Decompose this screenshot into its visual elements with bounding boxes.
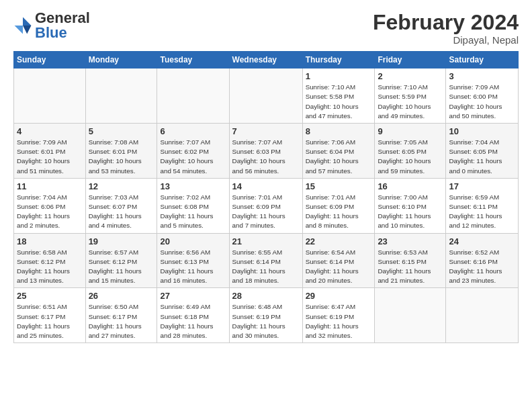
- table-row: 12Sunrise: 7:03 AM Sunset: 6:07 PM Dayli…: [85, 178, 157, 233]
- day-info: Sunrise: 6:57 AM Sunset: 6:12 PM Dayligh…: [89, 248, 154, 286]
- svg-marker-1: [23, 26, 31, 34]
- calendar-table: Sunday Monday Tuesday Wednesday Thursday…: [13, 51, 519, 343]
- day-info: Sunrise: 6:53 AM Sunset: 6:15 PM Dayligh…: [378, 248, 443, 286]
- table-row: 3Sunrise: 7:09 AM Sunset: 6:00 PM Daylig…: [446, 68, 519, 124]
- svg-marker-0: [23, 17, 31, 26]
- col-thursday: Thursday: [302, 52, 375, 68]
- table-row: [229, 68, 302, 124]
- table-row: 20Sunrise: 6:56 AM Sunset: 6:13 PM Dayli…: [157, 233, 229, 288]
- day-info: Sunrise: 7:07 AM Sunset: 6:02 PM Dayligh…: [160, 138, 226, 176]
- day-number: 28: [232, 291, 300, 301]
- table-row: 1Sunrise: 7:10 AM Sunset: 5:58 PM Daylig…: [302, 68, 375, 124]
- day-info: Sunrise: 7:04 AM Sunset: 6:05 PM Dayligh…: [449, 138, 515, 176]
- day-number: 21: [232, 236, 300, 246]
- day-info: Sunrise: 7:08 AM Sunset: 6:01 PM Dayligh…: [89, 138, 154, 176]
- title-block: February 2024 Dipayal, Nepal: [373, 11, 519, 46]
- day-info: Sunrise: 6:54 AM Sunset: 6:14 PM Dayligh…: [306, 248, 372, 286]
- day-number: 8: [306, 126, 372, 136]
- day-number: 5: [89, 126, 154, 136]
- table-row: 6Sunrise: 7:07 AM Sunset: 6:02 PM Daylig…: [157, 124, 229, 179]
- day-number: 2: [378, 71, 443, 81]
- svg-marker-2: [15, 26, 23, 34]
- day-number: 10: [449, 126, 515, 136]
- table-row: 23Sunrise: 6:53 AM Sunset: 6:15 PM Dayli…: [375, 233, 446, 288]
- table-row: 27Sunrise: 6:49 AM Sunset: 6:18 PM Dayli…: [157, 288, 229, 343]
- day-number: 6: [160, 126, 226, 136]
- table-row: 18Sunrise: 6:58 AM Sunset: 6:12 PM Dayli…: [14, 233, 86, 288]
- day-info: Sunrise: 7:01 AM Sunset: 6:09 PM Dayligh…: [232, 193, 300, 231]
- table-row: 7Sunrise: 7:07 AM Sunset: 6:03 PM Daylig…: [229, 124, 302, 179]
- day-info: Sunrise: 7:09 AM Sunset: 6:00 PM Dayligh…: [449, 83, 515, 121]
- table-row: 9Sunrise: 7:05 AM Sunset: 6:05 PM Daylig…: [375, 124, 446, 179]
- day-number: 17: [449, 181, 515, 191]
- day-number: 23: [378, 236, 443, 246]
- table-row: 17Sunrise: 6:59 AM Sunset: 6:11 PM Dayli…: [446, 178, 519, 233]
- day-info: Sunrise: 7:07 AM Sunset: 6:03 PM Dayligh…: [232, 138, 300, 176]
- col-friday: Friday: [375, 52, 446, 68]
- day-info: Sunrise: 6:49 AM Sunset: 6:18 PM Dayligh…: [160, 302, 226, 340]
- day-number: 26: [89, 291, 154, 301]
- day-info: Sunrise: 7:04 AM Sunset: 6:06 PM Dayligh…: [17, 193, 83, 231]
- table-row: 26Sunrise: 6:50 AM Sunset: 6:17 PM Dayli…: [85, 288, 157, 343]
- table-row: 2Sunrise: 7:10 AM Sunset: 5:59 PM Daylig…: [375, 68, 446, 124]
- col-wednesday: Wednesday: [229, 52, 302, 68]
- month-title: February 2024: [373, 11, 519, 34]
- day-number: 25: [17, 291, 83, 301]
- day-number: 22: [306, 236, 372, 246]
- day-number: 12: [89, 181, 154, 191]
- day-info: Sunrise: 6:48 AM Sunset: 6:19 PM Dayligh…: [232, 302, 300, 340]
- day-number: 7: [232, 126, 300, 136]
- table-row: 29Sunrise: 6:47 AM Sunset: 6:19 PM Dayli…: [302, 288, 375, 343]
- day-info: Sunrise: 7:09 AM Sunset: 6:01 PM Dayligh…: [17, 138, 83, 176]
- location: Dipayal, Nepal: [373, 34, 519, 46]
- day-number: 13: [160, 181, 226, 191]
- table-row: 21Sunrise: 6:55 AM Sunset: 6:14 PM Dayli…: [229, 233, 302, 288]
- logo-icon: [13, 16, 32, 35]
- table-row: 14Sunrise: 7:01 AM Sunset: 6:09 PM Dayli…: [229, 178, 302, 233]
- table-row: [375, 288, 446, 343]
- day-info: Sunrise: 7:02 AM Sunset: 6:08 PM Dayligh…: [160, 193, 226, 231]
- day-info: Sunrise: 6:56 AM Sunset: 6:13 PM Dayligh…: [160, 248, 226, 286]
- logo: General Blue: [13, 11, 90, 40]
- col-tuesday: Tuesday: [157, 52, 229, 68]
- day-number: 19: [89, 236, 154, 246]
- day-info: Sunrise: 6:52 AM Sunset: 6:16 PM Dayligh…: [449, 248, 515, 286]
- table-row: 4Sunrise: 7:09 AM Sunset: 6:01 PM Daylig…: [14, 124, 86, 179]
- table-row: 16Sunrise: 7:00 AM Sunset: 6:10 PM Dayli…: [375, 178, 446, 233]
- table-row: [446, 288, 519, 343]
- table-row: [157, 68, 229, 124]
- day-info: Sunrise: 7:00 AM Sunset: 6:10 PM Dayligh…: [378, 193, 443, 231]
- table-row: 13Sunrise: 7:02 AM Sunset: 6:08 PM Dayli…: [157, 178, 229, 233]
- table-row: 8Sunrise: 7:06 AM Sunset: 6:04 PM Daylig…: [302, 124, 375, 179]
- logo-text: General Blue: [35, 11, 90, 40]
- day-info: Sunrise: 7:03 AM Sunset: 6:07 PM Dayligh…: [89, 193, 154, 231]
- day-info: Sunrise: 7:10 AM Sunset: 5:58 PM Dayligh…: [306, 83, 372, 121]
- day-info: Sunrise: 6:50 AM Sunset: 6:17 PM Dayligh…: [89, 302, 154, 340]
- day-number: 1: [306, 71, 372, 81]
- day-info: Sunrise: 6:59 AM Sunset: 6:11 PM Dayligh…: [449, 193, 515, 231]
- col-saturday: Saturday: [446, 52, 519, 68]
- table-row: 24Sunrise: 6:52 AM Sunset: 6:16 PM Dayli…: [446, 233, 519, 288]
- calendar-header-row: Sunday Monday Tuesday Wednesday Thursday…: [14, 52, 519, 68]
- day-number: 9: [378, 126, 443, 136]
- day-number: 18: [17, 236, 83, 246]
- day-number: 3: [449, 71, 515, 81]
- table-row: [85, 68, 157, 124]
- day-info: Sunrise: 7:05 AM Sunset: 6:05 PM Dayligh…: [378, 138, 443, 176]
- table-row: 25Sunrise: 6:51 AM Sunset: 6:17 PM Dayli…: [14, 288, 86, 343]
- day-info: Sunrise: 6:55 AM Sunset: 6:14 PM Dayligh…: [232, 248, 300, 286]
- table-row: 10Sunrise: 7:04 AM Sunset: 6:05 PM Dayli…: [446, 124, 519, 179]
- day-number: 15: [306, 181, 372, 191]
- table-row: [14, 68, 86, 124]
- table-row: 22Sunrise: 6:54 AM Sunset: 6:14 PM Dayli…: [302, 233, 375, 288]
- day-info: Sunrise: 7:06 AM Sunset: 6:04 PM Dayligh…: [306, 138, 372, 176]
- day-number: 27: [160, 291, 226, 301]
- day-number: 24: [449, 236, 515, 246]
- day-info: Sunrise: 6:51 AM Sunset: 6:17 PM Dayligh…: [17, 302, 83, 340]
- day-info: Sunrise: 6:47 AM Sunset: 6:19 PM Dayligh…: [306, 302, 372, 340]
- day-number: 29: [306, 291, 372, 301]
- table-row: 15Sunrise: 7:01 AM Sunset: 6:09 PM Dayli…: [302, 178, 375, 233]
- day-info: Sunrise: 6:58 AM Sunset: 6:12 PM Dayligh…: [17, 248, 83, 286]
- table-row: 5Sunrise: 7:08 AM Sunset: 6:01 PM Daylig…: [85, 124, 157, 179]
- col-monday: Monday: [85, 52, 157, 68]
